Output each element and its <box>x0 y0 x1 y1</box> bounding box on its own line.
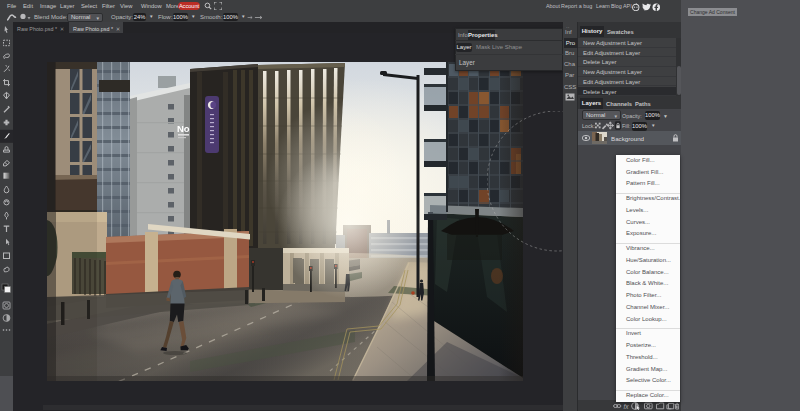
svg-text:No: No <box>177 123 190 134</box>
svg-text:fx: fx <box>624 403 630 410</box>
